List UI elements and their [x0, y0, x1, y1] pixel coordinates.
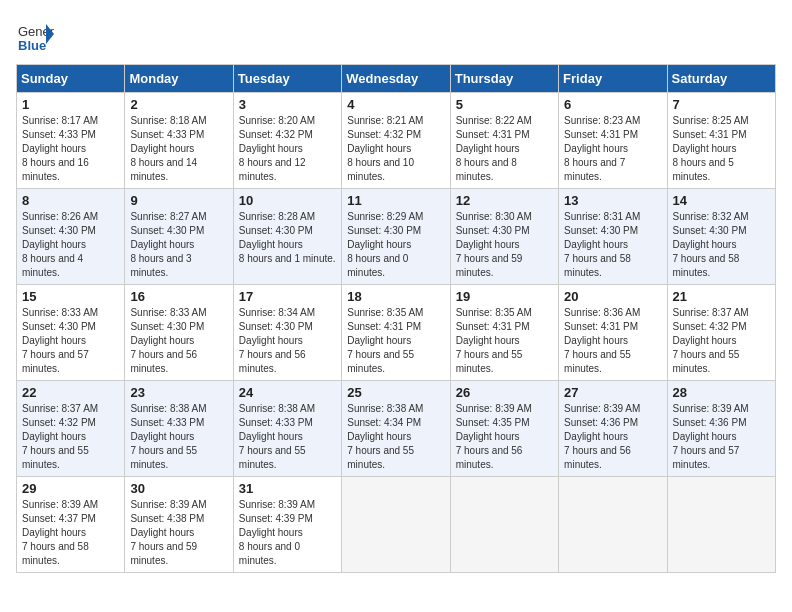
- day-cell: 7 Sunrise: 8:25 AMSunset: 4:31 PMDayligh…: [667, 93, 775, 189]
- day-number: 31: [239, 481, 336, 496]
- day-cell: 3 Sunrise: 8:20 AMSunset: 4:32 PMDayligh…: [233, 93, 341, 189]
- day-number: 18: [347, 289, 444, 304]
- day-number: 10: [239, 193, 336, 208]
- day-cell: 6 Sunrise: 8:23 AMSunset: 4:31 PMDayligh…: [559, 93, 667, 189]
- day-number: 1: [22, 97, 119, 112]
- day-cell: [342, 477, 450, 573]
- day-cell: 8 Sunrise: 8:26 AMSunset: 4:30 PMDayligh…: [17, 189, 125, 285]
- day-info: Sunrise: 8:18 AMSunset: 4:33 PMDaylight …: [130, 115, 206, 182]
- day-number: 22: [22, 385, 119, 400]
- day-number: 27: [564, 385, 661, 400]
- day-number: 16: [130, 289, 227, 304]
- day-number: 26: [456, 385, 553, 400]
- day-info: Sunrise: 8:27 AMSunset: 4:30 PMDaylight …: [130, 211, 206, 278]
- day-cell: 18 Sunrise: 8:35 AMSunset: 4:31 PMDaylig…: [342, 285, 450, 381]
- day-cell: 22 Sunrise: 8:37 AMSunset: 4:32 PMDaylig…: [17, 381, 125, 477]
- day-info: Sunrise: 8:25 AMSunset: 4:31 PMDaylight …: [673, 115, 749, 182]
- day-info: Sunrise: 8:38 AMSunset: 4:33 PMDaylight …: [239, 403, 315, 470]
- day-cell: 5 Sunrise: 8:22 AMSunset: 4:31 PMDayligh…: [450, 93, 558, 189]
- day-number: 28: [673, 385, 770, 400]
- day-number: 5: [456, 97, 553, 112]
- day-number: 17: [239, 289, 336, 304]
- day-cell: [667, 477, 775, 573]
- day-info: Sunrise: 8:39 AMSunset: 4:36 PMDaylight …: [673, 403, 749, 470]
- day-info: Sunrise: 8:39 AMSunset: 4:39 PMDaylight …: [239, 499, 315, 566]
- day-info: Sunrise: 8:38 AMSunset: 4:34 PMDaylight …: [347, 403, 423, 470]
- day-info: Sunrise: 8:35 AMSunset: 4:31 PMDaylight …: [456, 307, 532, 374]
- day-info: Sunrise: 8:35 AMSunset: 4:31 PMDaylight …: [347, 307, 423, 374]
- day-cell: 19 Sunrise: 8:35 AMSunset: 4:31 PMDaylig…: [450, 285, 558, 381]
- day-number: 15: [22, 289, 119, 304]
- day-number: 11: [347, 193, 444, 208]
- day-info: Sunrise: 8:17 AMSunset: 4:33 PMDaylight …: [22, 115, 98, 182]
- day-info: Sunrise: 8:33 AMSunset: 4:30 PMDaylight …: [130, 307, 206, 374]
- day-info: Sunrise: 8:23 AMSunset: 4:31 PMDaylight …: [564, 115, 640, 182]
- day-cell: 27 Sunrise: 8:39 AMSunset: 4:36 PMDaylig…: [559, 381, 667, 477]
- day-number: 25: [347, 385, 444, 400]
- day-number: 20: [564, 289, 661, 304]
- col-header-wednesday: Wednesday: [342, 65, 450, 93]
- col-header-tuesday: Tuesday: [233, 65, 341, 93]
- day-number: 12: [456, 193, 553, 208]
- day-cell: 4 Sunrise: 8:21 AMSunset: 4:32 PMDayligh…: [342, 93, 450, 189]
- day-number: 13: [564, 193, 661, 208]
- day-cell: 10 Sunrise: 8:28 AMSunset: 4:30 PMDaylig…: [233, 189, 341, 285]
- day-info: Sunrise: 8:33 AMSunset: 4:30 PMDaylight …: [22, 307, 98, 374]
- day-info: Sunrise: 8:37 AMSunset: 4:32 PMDaylight …: [673, 307, 749, 374]
- day-cell: [559, 477, 667, 573]
- day-number: 8: [22, 193, 119, 208]
- day-cell: 11 Sunrise: 8:29 AMSunset: 4:30 PMDaylig…: [342, 189, 450, 285]
- day-number: 24: [239, 385, 336, 400]
- day-number: 6: [564, 97, 661, 112]
- day-info: Sunrise: 8:39 AMSunset: 4:35 PMDaylight …: [456, 403, 532, 470]
- svg-text:Blue: Blue: [18, 38, 46, 53]
- day-info: Sunrise: 8:29 AMSunset: 4:30 PMDaylight …: [347, 211, 423, 278]
- day-info: Sunrise: 8:21 AMSunset: 4:32 PMDaylight …: [347, 115, 423, 182]
- day-number: 21: [673, 289, 770, 304]
- day-cell: 9 Sunrise: 8:27 AMSunset: 4:30 PMDayligh…: [125, 189, 233, 285]
- day-number: 4: [347, 97, 444, 112]
- day-cell: 26 Sunrise: 8:39 AMSunset: 4:35 PMDaylig…: [450, 381, 558, 477]
- day-cell: 25 Sunrise: 8:38 AMSunset: 4:34 PMDaylig…: [342, 381, 450, 477]
- header: General Blue: [16, 16, 776, 54]
- day-cell: 24 Sunrise: 8:38 AMSunset: 4:33 PMDaylig…: [233, 381, 341, 477]
- day-number: 30: [130, 481, 227, 496]
- day-info: Sunrise: 8:20 AMSunset: 4:32 PMDaylight …: [239, 115, 315, 182]
- day-cell: 15 Sunrise: 8:33 AMSunset: 4:30 PMDaylig…: [17, 285, 125, 381]
- day-number: 23: [130, 385, 227, 400]
- day-info: Sunrise: 8:32 AMSunset: 4:30 PMDaylight …: [673, 211, 749, 278]
- day-cell: 1 Sunrise: 8:17 AMSunset: 4:33 PMDayligh…: [17, 93, 125, 189]
- col-header-thursday: Thursday: [450, 65, 558, 93]
- week-row-5: 29 Sunrise: 8:39 AMSunset: 4:37 PMDaylig…: [17, 477, 776, 573]
- day-cell: 31 Sunrise: 8:39 AMSunset: 4:39 PMDaylig…: [233, 477, 341, 573]
- day-info: Sunrise: 8:37 AMSunset: 4:32 PMDaylight …: [22, 403, 98, 470]
- day-info: Sunrise: 8:31 AMSunset: 4:30 PMDaylight …: [564, 211, 640, 278]
- day-number: 29: [22, 481, 119, 496]
- day-cell: 12 Sunrise: 8:30 AMSunset: 4:30 PMDaylig…: [450, 189, 558, 285]
- col-header-monday: Monday: [125, 65, 233, 93]
- logo: General Blue: [16, 16, 56, 54]
- day-cell: 14 Sunrise: 8:32 AMSunset: 4:30 PMDaylig…: [667, 189, 775, 285]
- day-cell: 23 Sunrise: 8:38 AMSunset: 4:33 PMDaylig…: [125, 381, 233, 477]
- day-info: Sunrise: 8:39 AMSunset: 4:36 PMDaylight …: [564, 403, 640, 470]
- col-header-friday: Friday: [559, 65, 667, 93]
- day-cell: 16 Sunrise: 8:33 AMSunset: 4:30 PMDaylig…: [125, 285, 233, 381]
- day-number: 14: [673, 193, 770, 208]
- day-info: Sunrise: 8:26 AMSunset: 4:30 PMDaylight …: [22, 211, 98, 278]
- day-cell: [450, 477, 558, 573]
- day-info: Sunrise: 8:30 AMSunset: 4:30 PMDaylight …: [456, 211, 532, 278]
- week-row-4: 22 Sunrise: 8:37 AMSunset: 4:32 PMDaylig…: [17, 381, 776, 477]
- day-number: 9: [130, 193, 227, 208]
- col-header-sunday: Sunday: [17, 65, 125, 93]
- day-number: 19: [456, 289, 553, 304]
- day-cell: 20 Sunrise: 8:36 AMSunset: 4:31 PMDaylig…: [559, 285, 667, 381]
- week-row-2: 8 Sunrise: 8:26 AMSunset: 4:30 PMDayligh…: [17, 189, 776, 285]
- day-info: Sunrise: 8:28 AMSunset: 4:30 PMDaylight …: [239, 211, 336, 264]
- col-header-saturday: Saturday: [667, 65, 775, 93]
- day-cell: 2 Sunrise: 8:18 AMSunset: 4:33 PMDayligh…: [125, 93, 233, 189]
- calendar: SundayMondayTuesdayWednesdayThursdayFrid…: [16, 64, 776, 573]
- day-number: 3: [239, 97, 336, 112]
- day-cell: 30 Sunrise: 8:39 AMSunset: 4:38 PMDaylig…: [125, 477, 233, 573]
- week-row-3: 15 Sunrise: 8:33 AMSunset: 4:30 PMDaylig…: [17, 285, 776, 381]
- day-cell: 13 Sunrise: 8:31 AMSunset: 4:30 PMDaylig…: [559, 189, 667, 285]
